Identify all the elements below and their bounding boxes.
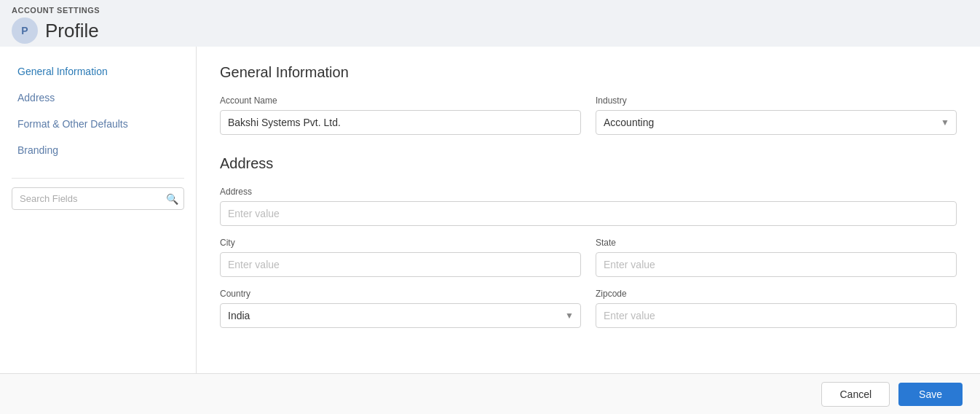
industry-select[interactable]: Accounting Technology Finance Healthcare… [596,110,957,135]
country-select[interactable]: India USA UK Australia Canada [220,303,581,328]
state-input[interactable] [596,252,957,277]
address-input[interactable] [220,201,957,226]
industry-label: Industry [596,95,957,106]
search-fields-wrap: 🔍 [12,187,184,210]
account-name-label: Account Name [220,95,581,106]
general-information-title: General Information [220,64,957,81]
address-group: Address [220,187,957,226]
zipcode-group: Zipcode [596,289,957,328]
sidebar-item-format-other-defaults[interactable]: Format & Other Defaults [0,111,196,137]
state-group: State [596,238,957,277]
zipcode-input[interactable] [596,303,957,328]
page-title: Profile [45,20,99,42]
account-settings-heading: ACCOUNT SETTINGS [12,6,968,15]
city-state-row: City State [220,238,957,277]
sidebar-divider [12,178,184,179]
search-input[interactable] [12,187,184,210]
cancel-button[interactable]: Cancel [821,382,890,407]
sidebar-item-branding[interactable]: Branding [0,137,196,163]
right-panel: General Information Account Name Industr… [197,47,980,373]
sidebar-nav: General Information Address Format & Oth… [0,58,196,172]
address-section: Address Address City State [220,155,957,328]
sidebar: General Information Address Format & Oth… [0,47,197,373]
city-group: City [220,238,581,277]
address-row: Address [220,187,957,226]
address-label: Address [220,187,957,197]
general-information-section: General Information Account Name Industr… [220,64,957,135]
avatar: P [12,17,38,44]
country-group: Country India USA UK Australia Canada ▼ [220,289,581,328]
account-name-industry-row: Account Name Industry Accounting Technol… [220,95,957,135]
sidebar-item-address[interactable]: Address [0,85,196,111]
sidebar-item-general-information[interactable]: General Information [0,58,196,85]
zipcode-label: Zipcode [596,289,957,299]
account-name-group: Account Name [220,95,581,135]
city-label: City [220,238,581,248]
country-select-wrap: India USA UK Australia Canada ▼ [220,303,581,328]
industry-group: Industry Accounting Technology Finance H… [596,95,957,135]
city-input[interactable] [220,252,581,277]
account-name-input[interactable] [220,110,581,135]
footer: Cancel Save [0,373,980,414]
address-section-title: Address [220,155,957,172]
save-button[interactable]: Save [898,383,963,406]
state-label: State [596,238,957,248]
industry-select-wrap: Accounting Technology Finance Healthcare… [596,110,957,135]
country-zipcode-row: Country India USA UK Australia Canada ▼ [220,289,957,328]
country-label: Country [220,289,581,299]
